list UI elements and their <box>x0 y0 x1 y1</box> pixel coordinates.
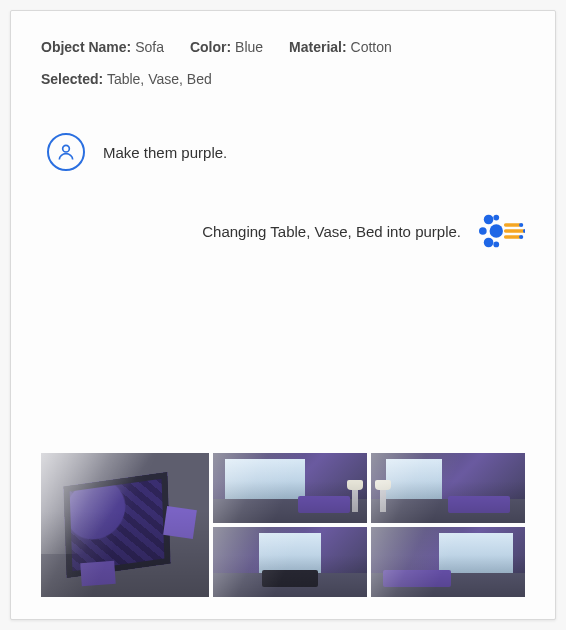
object-name-label: Object Name: <box>41 39 131 55</box>
color-field: Color: Blue <box>190 39 263 55</box>
selected-value: Table, Vase, Bed <box>107 71 212 87</box>
selected-objects-row: Selected: Table, Vase, Bed <box>41 71 525 87</box>
svg-point-6 <box>493 242 499 248</box>
svg-rect-9 <box>504 235 521 238</box>
svg-point-10 <box>519 223 523 227</box>
ai-message-text: Changing Table, Vase, Bed into purple. <box>202 223 461 240</box>
object-metadata-row: Object Name: Sofa Color: Blue Material: … <box>41 39 525 55</box>
color-label: Color: <box>190 39 231 55</box>
chat-area: Make them purple. Changing Table, Vase, … <box>41 133 525 453</box>
svg-point-5 <box>493 215 499 221</box>
thumbnail-view-window-1[interactable] <box>213 453 367 523</box>
selected-label: Selected: <box>41 71 103 87</box>
svg-point-3 <box>479 227 487 235</box>
ai-brain-icon <box>479 211 525 251</box>
material-field: Material: Cotton <box>289 39 392 55</box>
thumbnail-grid <box>41 453 525 597</box>
svg-rect-8 <box>504 229 525 232</box>
thumbnail-view-bedroom[interactable] <box>371 453 525 523</box>
svg-point-2 <box>484 238 494 248</box>
svg-point-12 <box>519 235 523 239</box>
thumbnail-view-topdown[interactable] <box>41 453 209 597</box>
user-message-row: Make them purple. <box>41 133 525 171</box>
object-name-value: Sofa <box>135 39 164 55</box>
ai-message-row: Changing Table, Vase, Bed into purple. <box>41 211 525 251</box>
user-icon <box>47 133 85 171</box>
thumbnail-view-living[interactable] <box>371 527 525 597</box>
user-message-text: Make them purple. <box>103 144 227 161</box>
properties-panel: Object Name: Sofa Color: Blue Material: … <box>10 10 556 620</box>
svg-point-4 <box>490 224 503 237</box>
material-value: Cotton <box>351 39 392 55</box>
material-label: Material: <box>289 39 347 55</box>
color-value: Blue <box>235 39 263 55</box>
thumbnail-view-desk[interactable] <box>213 527 367 597</box>
svg-point-0 <box>63 145 70 152</box>
svg-point-1 <box>484 215 494 225</box>
object-name-field: Object Name: Sofa <box>41 39 164 55</box>
svg-rect-7 <box>504 223 521 226</box>
